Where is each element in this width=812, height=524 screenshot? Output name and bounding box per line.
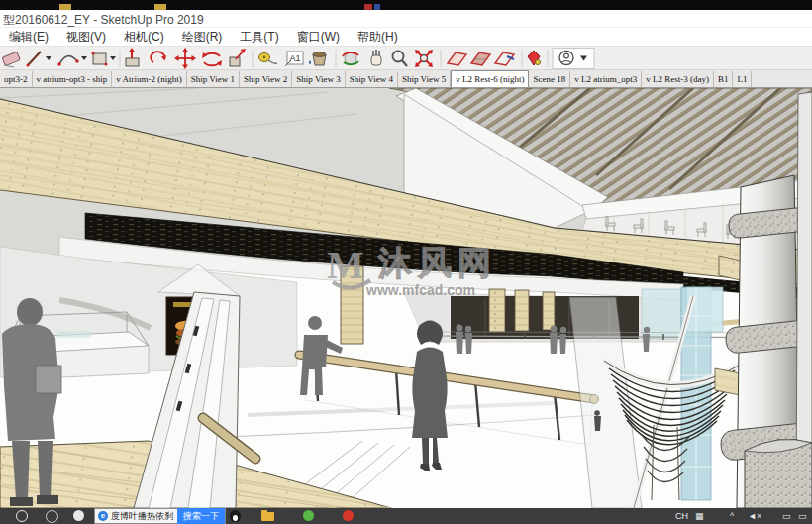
360-safety-icon[interactable] — [303, 510, 314, 521]
line-tool-icon[interactable] — [27, 52, 52, 67]
browser-red-icon[interactable] — [343, 510, 354, 521]
scene-tab[interactable]: Ship View 2 — [240, 71, 292, 87]
browser-e-icon: e — [98, 511, 108, 521]
taskbar: e 度博叶播热依刹 搜索一下 CH ▦ ^ ◄× ▭ ▭ — [0, 508, 812, 524]
rectangle-tool-icon[interactable] — [92, 52, 117, 66]
window-title-bar[interactable]: 型20160612_EY - SketchUp Pro 2019 — [0, 10, 812, 28]
scene-tab[interactable]: Ship View 4 — [346, 71, 398, 87]
language-indicator[interactable]: CH — [675, 510, 688, 522]
menu-view[interactable]: 视图(V) — [57, 28, 115, 46]
menu-tools[interactable]: 工具(T) — [231, 28, 287, 46]
orbit-icon[interactable] — [343, 52, 358, 64]
toolbar: A1 — [0, 46, 812, 70]
arc-tool-icon[interactable] — [57, 56, 87, 66]
scene-tab[interactable]: Scene 18 — [529, 71, 570, 87]
scale-icon[interactable] — [230, 49, 246, 66]
scene-tabs-bar: opt3-2 v atrium-opt3 - ship v Atrium-2 (… — [0, 70, 812, 88]
scene-tab[interactable]: L1 — [733, 71, 752, 87]
taskbar-browser-icon[interactable] — [73, 510, 84, 521]
component-icon[interactable] — [528, 51, 541, 65]
scene-tab[interactable]: Ship View 5 — [398, 71, 451, 87]
menu-help[interactable]: 帮助(H) — [349, 28, 407, 46]
follow-me-icon[interactable] — [151, 52, 166, 62]
scene-tab[interactable]: v Atrium-2 (night) — [112, 71, 187, 87]
wood-column — [543, 292, 555, 330]
section-display-icon[interactable] — [495, 52, 514, 65]
zoom-icon[interactable] — [393, 52, 408, 67]
desktop-screen: 型20160612_EY - SketchUp Pro 2019 编辑(E) 视… — [0, 0, 812, 524]
baidu-search-button[interactable]: 搜索一下 — [177, 508, 225, 524]
menu-bar: 编辑(E) 视图(V) 相机(C) 绘图(R) 工具(T) 窗口(W) 帮助(H… — [0, 28, 812, 46]
svg-text:A1: A1 — [290, 53, 301, 63]
sign-in-icon[interactable] — [553, 49, 594, 69]
section-plane-icon[interactable] — [448, 52, 466, 65]
wood-column — [489, 289, 505, 332]
menu-edit[interactable]: 编辑(E) — [0, 28, 57, 46]
scene-tab[interactable]: v L2 atrium_opt3 — [570, 71, 642, 87]
scene-tab[interactable]: v L2 Rest-3 (day) — [642, 71, 714, 87]
qq-icon[interactable] — [230, 510, 241, 522]
paint-bucket-icon[interactable] — [309, 52, 326, 65]
taskbar-task-view-icon[interactable] — [46, 510, 58, 523]
network-icon[interactable]: ▭ — [782, 510, 791, 522]
pan-icon[interactable] — [371, 50, 381, 65]
svg-text:沐风网: 沐风网 — [377, 244, 497, 281]
tray-expand-icon[interactable]: ^ — [730, 510, 734, 522]
scene-tab[interactable]: Ship View 1 — [187, 71, 240, 87]
scene-tab-active[interactable]: v L2 Rest-6 (night) — [451, 70, 529, 87]
text-tool-icon[interactable]: A1 — [285, 52, 303, 66]
screen-top-edge — [0, 0, 812, 10]
scene-tab[interactable]: B1 — [714, 71, 734, 87]
ime-grid-icon[interactable]: ▦ — [695, 510, 704, 522]
volume-muted-icon[interactable]: ◄× — [748, 510, 761, 522]
push-pull-icon[interactable] — [126, 48, 139, 66]
scene-tab[interactable]: Ship View 3 — [292, 71, 345, 87]
tape-measure-icon[interactable] — [259, 53, 278, 64]
move-icon[interactable] — [174, 48, 196, 69]
scene-tab[interactable]: v atrium-opt3 - ship — [33, 71, 113, 87]
section-fill-icon[interactable] — [471, 52, 490, 65]
wood-column — [515, 290, 529, 331]
window-title: 型20160612_EY - SketchUp Pro 2019 — [0, 11, 204, 29]
viewport-3d[interactable]: $ — [0, 88, 812, 508]
taskbar-search-icon[interactable] — [16, 510, 28, 522]
svg-text:M: M — [327, 243, 364, 287]
menu-window[interactable]: 窗口(W) — [288, 28, 349, 46]
action-center-icon[interactable]: ▭ — [798, 510, 807, 522]
scene-tab[interactable]: opt3-2 — [0, 71, 33, 87]
menu-camera[interactable]: 相机(C) — [115, 28, 173, 46]
zoom-extents-icon[interactable] — [415, 50, 433, 67]
taskbar-app-label: 度博叶播热依刹 — [111, 510, 177, 523]
eraser-icon[interactable] — [2, 52, 20, 67]
rotate-icon[interactable] — [202, 52, 222, 66]
menu-draw[interactable]: 绘图(R) — [173, 28, 232, 46]
file-explorer-icon[interactable] — [261, 512, 274, 521]
svg-text:www.mfcad.com: www.mfcad.com — [365, 282, 475, 298]
taskbar-app-button[interactable]: e 度博叶播热依刹 搜索一下 — [94, 508, 226, 524]
